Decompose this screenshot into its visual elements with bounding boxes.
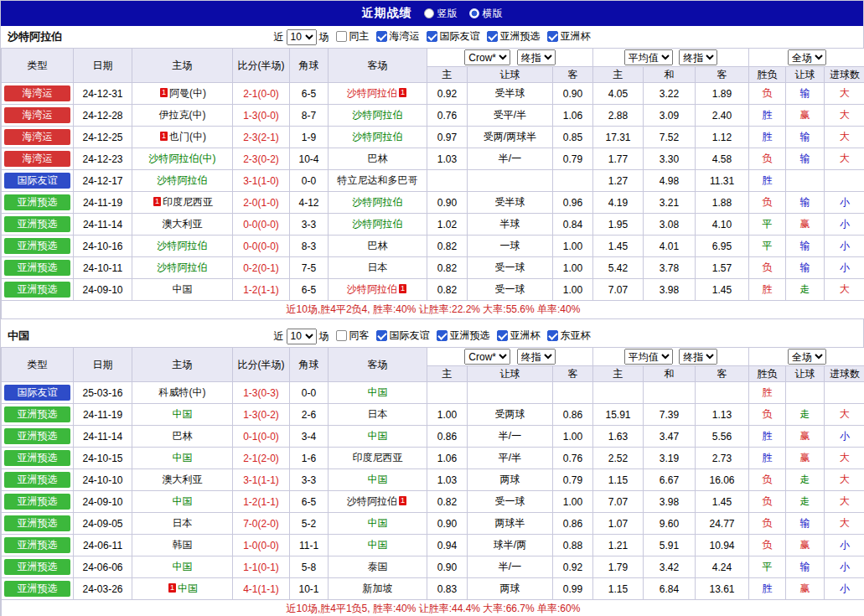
avg-group-header: 平均值 终指: [593, 348, 749, 366]
away-team-cell: 沙特阿拉伯: [329, 214, 427, 236]
avg-odds-cell: 1.27: [593, 170, 644, 192]
avg-odds-cell: 1.45: [593, 236, 644, 257]
filter-checkbox[interactable]: 同客: [336, 329, 370, 343]
corner-score: 4-12: [290, 192, 329, 214]
checkbox-input[interactable]: [437, 330, 448, 341]
filter-checkbox[interactable]: 亚洲杯: [497, 329, 541, 343]
fulltime-select[interactable]: 全场: [788, 349, 826, 365]
odds-stage-select[interactable]: 终指: [517, 349, 556, 365]
horizontal-radio-input[interactable]: [469, 8, 479, 18]
odds-cell: 1.00: [553, 236, 593, 257]
avg-odds-cell: 3.98: [644, 279, 696, 301]
result-cell: 走: [786, 491, 825, 513]
away-team: 泰国: [368, 561, 388, 572]
layout-radio-horizontal[interactable]: 横版: [469, 7, 503, 21]
match-date: 24-11-14: [74, 214, 132, 236]
result-goals-header: 进球数: [825, 366, 864, 382]
result-cell: [786, 382, 825, 404]
away-team-cell: 沙特阿拉伯1: [329, 279, 427, 301]
odds-cell: 平/半: [468, 448, 553, 469]
match-score: 7-0(2-0): [233, 513, 290, 535]
avg-odds-cell: 5.42: [593, 257, 644, 279]
away-team: 中国: [368, 430, 388, 442]
avg-stage-select[interactable]: 终指: [679, 349, 717, 365]
match-type-cell: 亚洲预选: [2, 257, 74, 279]
home-team-cell: 中国: [132, 279, 233, 301]
odds-company-select[interactable]: Crow*: [464, 349, 510, 365]
avg-odds-select[interactable]: 平均值: [624, 349, 673, 365]
vertical-radio-input[interactable]: [424, 8, 434, 18]
result-cell: 小: [825, 556, 864, 578]
odds-cell: 0.82: [427, 236, 468, 257]
filter-checkbox[interactable]: 东亚杯: [547, 329, 591, 343]
corner-score: 6-5: [290, 279, 329, 301]
checkbox-label: 亚洲杯: [561, 29, 591, 44]
filter-checkbox[interactable]: 海湾运: [376, 29, 420, 44]
result-cell: 平: [749, 214, 786, 236]
match-score: 0-2(0-1): [233, 257, 290, 279]
checkbox-input[interactable]: [336, 31, 347, 42]
match-score: 0-0(0-0): [233, 214, 290, 236]
match-count-select[interactable]: 10: [287, 29, 317, 45]
away-team: 中国: [368, 386, 388, 398]
avg-stage-select[interactable]: 终指: [679, 49, 717, 65]
match-type-cell: 亚洲预选: [2, 404, 74, 426]
odds-company-select[interactable]: Crow*: [464, 49, 510, 65]
avg-odds-cell: 1.15: [593, 578, 644, 600]
checkbox-input[interactable]: [497, 330, 508, 341]
red-card-badge: 1: [399, 88, 406, 97]
away-team: 特立尼达和多巴哥: [338, 174, 418, 186]
avg-odds-cell: 4.10: [696, 214, 749, 236]
corner-score: 0-0: [290, 382, 329, 404]
avg-odds-cell: 5.91: [644, 535, 696, 556]
match-type-cell: 海湾运: [2, 127, 74, 148]
layout-radio-vertical[interactable]: 竖版: [424, 7, 458, 21]
result-cell: 胜: [749, 578, 786, 600]
odds-cell: 半球: [468, 214, 553, 236]
odds-cell: 受一球: [468, 257, 553, 279]
filter-checkbox[interactable]: 国际友谊: [376, 329, 430, 343]
result-cell: 胜: [749, 448, 786, 469]
away-team: 沙特阿拉伯: [353, 218, 403, 230]
checkbox-input[interactable]: [547, 330, 558, 341]
checkbox-label: 国际友谊: [390, 329, 430, 343]
home-team: 中国: [173, 408, 193, 420]
odds-cell: 受半球: [468, 192, 553, 214]
corner-score: 3-3: [290, 214, 329, 236]
checkbox-input[interactable]: [427, 31, 437, 42]
avg-odds-cell: 4.24: [696, 556, 749, 578]
result-cell: 小: [825, 192, 864, 214]
fulltime-select[interactable]: 全场: [788, 49, 826, 65]
odds-stage-select[interactable]: 终指: [517, 49, 556, 65]
match-type-cell: 海湾运: [2, 148, 74, 170]
filter-checkbox[interactable]: 亚洲杯: [547, 29, 591, 44]
checkbox-input[interactable]: [547, 31, 558, 42]
section-header: 沙特阿拉伯 近 10 场 同主海湾运国际友谊亚洲预选亚洲杯: [1, 26, 863, 48]
avg-odds-cell: 3.08: [644, 214, 696, 236]
odds-cell: 0.90: [553, 83, 593, 105]
page: 近期战绩 竖版 横版 沙特阿拉伯 近 10 场 同主海湾运国际友谊亚洲预选亚洲杯: [0, 0, 864, 616]
odds-cell: 球半/两: [468, 535, 553, 556]
filter-checkbox[interactable]: 同主: [336, 29, 370, 44]
match-type-badge: 亚洲预选: [4, 581, 70, 597]
filter-checkbox[interactable]: 亚洲预选: [437, 329, 490, 343]
match-date: 24-11-19: [74, 404, 132, 426]
match-type-cell: 亚洲预选: [2, 535, 74, 556]
match-score: 2-3(2-1): [233, 127, 290, 148]
checkbox-input[interactable]: [376, 31, 387, 42]
odds-cell: 0.85: [553, 127, 593, 148]
checkbox-input[interactable]: [487, 31, 498, 42]
match-count-select[interactable]: 10: [287, 329, 317, 344]
avg-odds-select[interactable]: 平均值: [624, 49, 673, 65]
checkbox-input[interactable]: [336, 330, 347, 341]
result-cell: 大: [825, 448, 864, 469]
match-type-badge: 亚洲预选: [4, 238, 70, 254]
filter-checkbox[interactable]: 亚洲预选: [487, 29, 541, 44]
odds-cell: 0.82: [427, 279, 468, 301]
match-date: 24-12-23: [74, 148, 132, 170]
avg-odds-cell: 3.42: [644, 556, 696, 578]
filter-checkbox[interactable]: 国际友谊: [427, 29, 480, 44]
result-cell: [825, 170, 864, 192]
checkbox-input[interactable]: [376, 330, 387, 341]
filter-prefix-label: 近: [274, 30, 284, 44]
